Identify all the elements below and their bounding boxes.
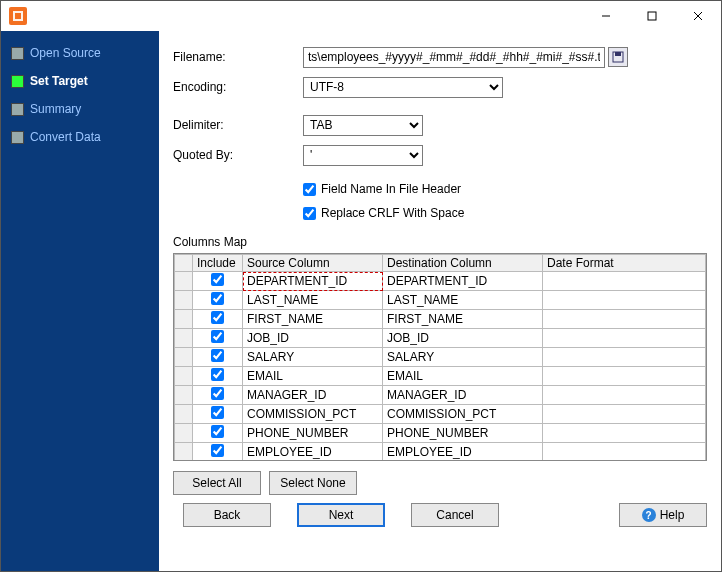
include-cell[interactable] [193,405,243,424]
table-row[interactable]: FIRST_NAMEFIRST_NAME [175,310,706,329]
source-cell[interactable]: EMPLOYEE_ID [243,443,383,462]
source-cell[interactable]: DEPARTMENT_ID [243,272,383,291]
include-checkbox[interactable] [211,425,224,438]
include-cell[interactable] [193,367,243,386]
include-cell[interactable] [193,348,243,367]
sidebar-item-set-target[interactable]: Set Target [1,67,159,95]
datefmt-cell[interactable] [543,405,706,424]
include-cell[interactable] [193,291,243,310]
table-row[interactable]: DEPARTMENT_IDDEPARTMENT_ID [175,272,706,291]
maximize-button[interactable] [629,1,675,31]
dest-cell[interactable]: DEPARTMENT_ID [383,272,543,291]
svg-rect-3 [648,12,656,20]
datefmt-cell[interactable] [543,348,706,367]
source-cell[interactable]: LAST_NAME [243,291,383,310]
sidebar-item-label: Open Source [30,46,101,60]
include-cell[interactable] [193,310,243,329]
include-checkbox[interactable] [211,387,224,400]
help-button[interactable]: ? Help [619,503,707,527]
row-header[interactable] [175,272,193,291]
minimize-button[interactable] [583,1,629,31]
include-cell[interactable] [193,386,243,405]
source-cell[interactable]: JOB_ID [243,329,383,348]
col-datefmt[interactable]: Date Format [543,255,706,272]
dest-cell[interactable]: SALARY [383,348,543,367]
dest-cell[interactable]: MANAGER_ID [383,386,543,405]
row-header[interactable] [175,367,193,386]
table-row[interactable]: PHONE_NUMBERPHONE_NUMBER [175,424,706,443]
row-header[interactable] [175,329,193,348]
select-none-button[interactable]: Select None [269,471,357,495]
table-row[interactable]: MANAGER_IDMANAGER_ID [175,386,706,405]
dest-cell[interactable]: FIRST_NAME [383,310,543,329]
sidebar-item-open-source[interactable]: Open Source [1,39,159,67]
quoted-by-select[interactable]: ' [303,145,423,166]
include-cell[interactable] [193,272,243,291]
datefmt-cell[interactable] [543,291,706,310]
datefmt-cell[interactable] [543,443,706,462]
browse-file-button[interactable] [608,47,628,67]
source-cell[interactable]: FIRST_NAME [243,310,383,329]
replace-crlf-checkbox[interactable] [303,207,316,220]
datefmt-cell[interactable] [543,310,706,329]
encoding-select[interactable]: UTF-8 [303,77,503,98]
back-button[interactable]: Back [183,503,271,527]
row-header[interactable] [175,405,193,424]
step-node-icon [11,131,24,144]
sidebar-item-summary[interactable]: Summary [1,95,159,123]
row-header[interactable] [175,424,193,443]
close-button[interactable] [675,1,721,31]
include-checkbox[interactable] [211,406,224,419]
source-cell[interactable]: EMAIL [243,367,383,386]
select-all-button[interactable]: Select All [173,471,261,495]
source-cell[interactable]: COMMISSION_PCT [243,405,383,424]
cancel-button[interactable]: Cancel [411,503,499,527]
dest-cell[interactable]: PHONE_NUMBER [383,424,543,443]
row-header[interactable] [175,443,193,462]
titlebar [1,1,721,31]
delimiter-select[interactable]: TAB [303,115,423,136]
next-button[interactable]: Next [297,503,385,527]
table-row[interactable]: COMMISSION_PCTCOMMISSION_PCT [175,405,706,424]
row-header[interactable] [175,348,193,367]
datefmt-cell[interactable] [543,424,706,443]
dest-cell[interactable]: EMPLOYEE_ID [383,443,543,462]
include-checkbox[interactable] [211,349,224,362]
table-row[interactable]: EMPLOYEE_IDEMPLOYEE_ID [175,443,706,462]
table-row[interactable]: SALARYSALARY [175,348,706,367]
include-checkbox[interactable] [211,292,224,305]
field-header-checkbox[interactable] [303,183,316,196]
dest-cell[interactable]: LAST_NAME [383,291,543,310]
dest-cell[interactable]: EMAIL [383,367,543,386]
row-header[interactable] [175,310,193,329]
table-row[interactable]: LAST_NAMELAST_NAME [175,291,706,310]
include-cell[interactable] [193,329,243,348]
include-checkbox[interactable] [211,273,224,286]
source-cell[interactable]: PHONE_NUMBER [243,424,383,443]
col-dest[interactable]: Destination Column [383,255,543,272]
include-cell[interactable] [193,424,243,443]
include-checkbox[interactable] [211,368,224,381]
datefmt-cell[interactable] [543,367,706,386]
datefmt-cell[interactable] [543,386,706,405]
col-include[interactable]: Include [193,255,243,272]
include-checkbox[interactable] [211,444,224,457]
col-source[interactable]: Source Column [243,255,383,272]
columns-map-label: Columns Map [173,235,707,249]
sidebar-item-convert-data[interactable]: Convert Data [1,123,159,151]
filename-input[interactable] [303,47,605,68]
table-row[interactable]: EMAILEMAIL [175,367,706,386]
row-header[interactable] [175,291,193,310]
source-cell[interactable]: MANAGER_ID [243,386,383,405]
datefmt-cell[interactable] [543,329,706,348]
dest-cell[interactable]: JOB_ID [383,329,543,348]
replace-crlf-label: Replace CRLF With Space [321,206,464,220]
include-cell[interactable] [193,443,243,462]
table-row[interactable]: JOB_IDJOB_ID [175,329,706,348]
include-checkbox[interactable] [211,330,224,343]
datefmt-cell[interactable] [543,272,706,291]
row-header[interactable] [175,386,193,405]
include-checkbox[interactable] [211,311,224,324]
dest-cell[interactable]: COMMISSION_PCT [383,405,543,424]
source-cell[interactable]: SALARY [243,348,383,367]
